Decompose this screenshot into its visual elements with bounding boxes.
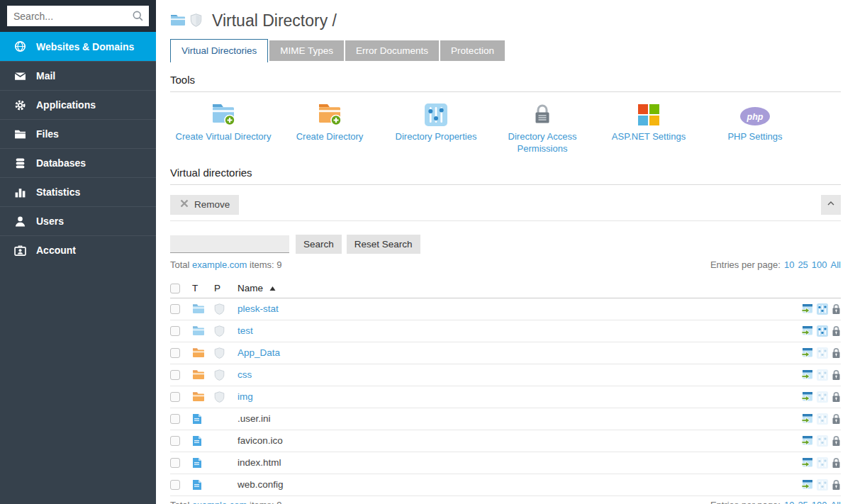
row-checkbox[interactable] [170,370,180,380]
entries-option-25[interactable]: 25 [798,259,808,270]
open-in-web-icon[interactable] [801,303,813,315]
microsoft-icon [596,101,702,126]
access-permissions-icon[interactable] [832,479,841,491]
entries-option-all[interactable]: All [831,259,841,270]
lock-icon [489,101,596,126]
column-protection[interactable]: P [214,283,238,293]
entries-option-25[interactable]: 25 [798,500,808,504]
directory-folder-icon [192,369,214,380]
tool-create-directory[interactable]: Create Directory [276,101,383,155]
reset-search-button[interactable]: Reset Search [347,235,420,254]
row-checkbox[interactable] [170,326,180,336]
sidebar-item-label: Users [36,215,64,227]
sidebar-item-applications[interactable]: Applications [0,90,156,119]
list-toolbar: Remove [170,195,841,221]
access-permissions-icon[interactable] [832,435,841,447]
access-permissions-icon[interactable] [832,391,841,403]
table-header: T P Name [170,279,841,298]
entries-option-all[interactable]: All [831,500,841,504]
row-checkbox[interactable] [170,414,180,424]
sidebar: Websites & Domains Mail Applications Fil… [0,0,156,504]
search-icon[interactable] [132,10,144,24]
row-checkbox[interactable] [170,458,180,468]
directory-properties-icon [817,457,828,469]
access-permissions-icon[interactable] [832,369,841,381]
user-icon [13,215,26,228]
gear-icon [13,99,26,111]
row-checkbox[interactable] [170,392,180,402]
open-in-web-icon[interactable] [801,391,813,403]
entries-option-100[interactable]: 100 [812,500,827,504]
row-checkbox[interactable] [170,304,180,314]
access-permissions-icon[interactable] [832,457,841,469]
access-permissions-icon[interactable] [832,325,841,337]
idcard-icon [13,245,26,257]
open-in-web-icon[interactable] [801,413,813,425]
collapse-button[interactable] [821,195,841,215]
sidebar-nav: Websites & Domains Mail Applications Fil… [0,32,156,264]
directory-properties-icon [817,391,828,403]
tab-error-documents[interactable]: Error Documents [345,40,439,61]
sidebar-item-account[interactable]: Account [0,235,156,264]
open-in-web-icon[interactable] [801,369,813,381]
remove-x-icon [179,198,189,211]
tool-label: Create Directory [276,131,383,143]
column-name[interactable]: Name [238,283,783,293]
remove-button[interactable]: Remove [170,195,239,215]
row-name-link[interactable]: img [238,391,253,402]
tab-mime-types[interactable]: MIME Types [269,40,344,61]
directory-properties-icon [817,347,828,359]
access-permissions-icon[interactable] [832,347,841,359]
svg-text:php: php [747,112,764,122]
row-name-link[interactable]: App_Data [238,347,280,358]
sidebar-item-websites-domains[interactable]: Websites & Domains [0,32,156,61]
select-all-checkbox[interactable] [170,284,180,293]
sidebar-item-databases[interactable]: Databases [0,148,156,177]
access-permissions-icon[interactable] [832,303,841,315]
table-row: App_Data [170,342,841,364]
tool-directory-access-permissions[interactable]: Directory Access Permissions [489,101,596,155]
search-button[interactable]: Search [296,235,342,254]
column-type[interactable]: T [192,283,214,293]
page-title-row: Virtual Directory / [170,11,841,30]
tab-protection[interactable]: Protection [440,40,505,61]
tool-asp-net-settings[interactable]: ASP.NET Settings [596,101,702,155]
domain-link[interactable]: example.com [192,259,247,270]
directory-properties-icon [817,369,828,381]
sidebar-item-label: Statistics [36,186,80,198]
tool-php-settings[interactable]: php PHP Settings [702,101,808,155]
tool-directory-properties[interactable]: Directory Properties [383,101,489,155]
directory-properties-icon[interactable] [817,303,828,315]
domain-link[interactable]: example.com [192,500,247,504]
sidebar-item-label: Websites & Domains [36,41,134,52]
shield-icon [214,347,238,359]
sidebar-item-files[interactable]: Files [0,119,156,148]
open-in-web-icon[interactable] [801,457,813,469]
open-in-web-icon[interactable] [801,435,813,447]
directory-properties-icon[interactable] [817,325,828,337]
tool-label: Directory Access Permissions [489,131,596,155]
row-name-link[interactable]: plesk-stat [238,303,279,314]
row-checkbox[interactable] [170,348,180,358]
entries-option-10[interactable]: 10 [784,500,794,504]
open-in-web-icon[interactable] [801,347,813,359]
row-name-link[interactable]: css [238,369,252,380]
sidebar-item-mail[interactable]: Mail [0,61,156,90]
row-checkbox[interactable] [170,480,180,490]
filter-input[interactable] [170,235,289,253]
row-name-link[interactable]: test [238,325,253,336]
sidebar-item-statistics[interactable]: Statistics [0,177,156,206]
list-heading: Virtual directories [170,167,841,185]
sidebar-search-input[interactable] [7,6,149,26]
access-permissions-icon[interactable] [832,413,841,425]
tool-create-virtual-directory[interactable]: Create Virtual Directory [170,101,276,155]
tools-heading: Tools [170,74,841,92]
row-checkbox[interactable] [170,436,180,446]
entries-option-10[interactable]: 10 [784,259,794,270]
tab-virtual-directories[interactable]: Virtual Directories [170,39,268,62]
sidebar-item-users[interactable]: Users [0,206,156,235]
entries-option-100[interactable]: 100 [812,259,827,270]
sidebar-item-label: Databases [36,157,86,169]
open-in-web-icon[interactable] [801,325,813,337]
open-in-web-icon[interactable] [801,479,813,491]
